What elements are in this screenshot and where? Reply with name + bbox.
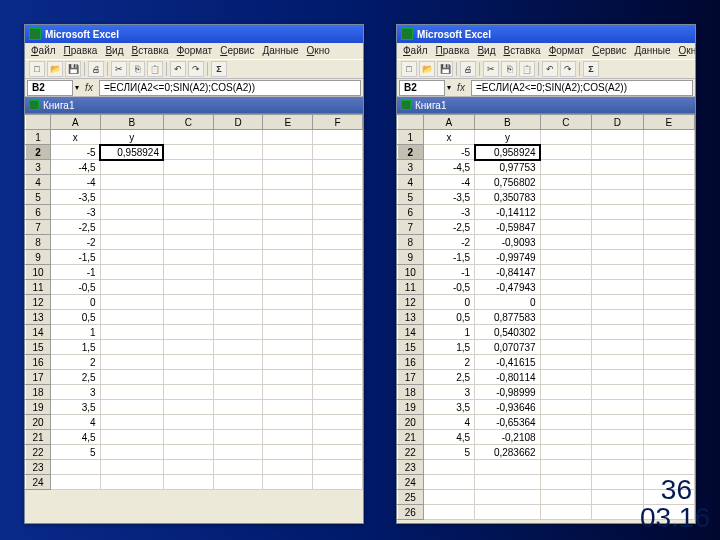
cell[interactable] <box>213 460 263 475</box>
row-header[interactable]: 22 <box>26 445 51 460</box>
cell[interactable] <box>100 370 163 385</box>
col-header[interactable]: A <box>423 115 474 130</box>
cell[interactable] <box>213 130 263 145</box>
cell[interactable]: 5 <box>50 445 100 460</box>
dropdown-icon[interactable]: ▾ <box>75 83 79 92</box>
cell[interactable] <box>213 280 263 295</box>
cell[interactable]: 2 <box>50 355 100 370</box>
col-header[interactable]: D <box>213 115 263 130</box>
cell[interactable] <box>213 175 263 190</box>
cell[interactable] <box>643 340 695 355</box>
cell[interactable] <box>313 190 363 205</box>
cell[interactable] <box>540 175 591 190</box>
cell[interactable] <box>592 145 643 160</box>
cell[interactable] <box>423 460 474 475</box>
cell[interactable]: -3,5 <box>50 190 100 205</box>
cell[interactable] <box>540 385 591 400</box>
cell[interactable] <box>643 370 695 385</box>
menu-item[interactable]: Сервис <box>220 45 254 57</box>
cell[interactable]: 0,350783 <box>475 190 540 205</box>
cell[interactable] <box>100 325 163 340</box>
cell[interactable] <box>592 385 643 400</box>
cell[interactable]: 1 <box>50 325 100 340</box>
grid-left[interactable]: ABCDEF1xy2-50,9589243-4,54-45-3,56-37-2,… <box>25 113 363 490</box>
menu-item[interactable]: Файл <box>403 45 428 57</box>
cell[interactable] <box>213 310 263 325</box>
row-header[interactable]: 24 <box>26 475 51 490</box>
cell[interactable] <box>213 145 263 160</box>
cell[interactable] <box>643 295 695 310</box>
menu-item[interactable]: Формат <box>177 45 213 57</box>
cell[interactable] <box>100 295 163 310</box>
cell[interactable] <box>263 460 313 475</box>
cell[interactable]: 3,5 <box>423 400 474 415</box>
cell[interactable] <box>540 190 591 205</box>
cell[interactable]: 0,756802 <box>475 175 540 190</box>
cell[interactable]: x <box>423 130 474 145</box>
cell[interactable] <box>163 235 213 250</box>
cell[interactable] <box>263 235 313 250</box>
cell[interactable] <box>313 460 363 475</box>
cell[interactable] <box>313 160 363 175</box>
cell[interactable]: 0,540302 <box>475 325 540 340</box>
cell[interactable] <box>592 460 643 475</box>
autosum-icon[interactable] <box>211 61 227 77</box>
cell[interactable] <box>643 460 695 475</box>
cell[interactable] <box>592 355 643 370</box>
cell[interactable] <box>163 400 213 415</box>
cell[interactable]: 0,877583 <box>475 310 540 325</box>
cell[interactable]: 0 <box>50 295 100 310</box>
menu-item[interactable]: Вид <box>477 45 495 57</box>
cell[interactable] <box>313 220 363 235</box>
row-header[interactable]: 23 <box>398 460 424 475</box>
open-icon[interactable] <box>47 61 63 77</box>
cell[interactable]: -5 <box>423 145 474 160</box>
cell[interactable] <box>163 160 213 175</box>
cell[interactable]: -0,9093 <box>475 235 540 250</box>
cell[interactable] <box>263 250 313 265</box>
cell[interactable] <box>100 430 163 445</box>
cell[interactable] <box>540 160 591 175</box>
col-header[interactable]: C <box>163 115 213 130</box>
row-header[interactable]: 20 <box>398 415 424 430</box>
cell[interactable] <box>100 160 163 175</box>
cell[interactable] <box>643 220 695 235</box>
row-header[interactable]: 10 <box>26 265 51 280</box>
cell[interactable] <box>540 235 591 250</box>
cell[interactable] <box>213 415 263 430</box>
cell[interactable]: -0,5 <box>423 280 474 295</box>
cell[interactable] <box>423 505 474 520</box>
cut-icon[interactable] <box>111 61 127 77</box>
cell[interactable] <box>313 295 363 310</box>
cell[interactable] <box>263 145 313 160</box>
cell[interactable] <box>643 130 695 145</box>
row-header[interactable]: 22 <box>398 445 424 460</box>
save-icon[interactable] <box>437 61 453 77</box>
cell[interactable] <box>163 175 213 190</box>
cell[interactable] <box>313 250 363 265</box>
cell[interactable]: 2,5 <box>50 370 100 385</box>
row-header[interactable]: 1 <box>398 130 424 145</box>
cell[interactable] <box>643 325 695 340</box>
cell[interactable] <box>313 325 363 340</box>
cell[interactable] <box>643 355 695 370</box>
col-header[interactable]: C <box>540 115 591 130</box>
cell[interactable] <box>263 475 313 490</box>
cell[interactable] <box>100 355 163 370</box>
cell[interactable]: y <box>475 130 540 145</box>
cell[interactable] <box>540 130 591 145</box>
cell[interactable] <box>540 430 591 445</box>
row-header[interactable]: 3 <box>26 160 51 175</box>
cell[interactable]: -0,93646 <box>475 400 540 415</box>
cell[interactable] <box>263 130 313 145</box>
cell[interactable] <box>643 235 695 250</box>
cell[interactable] <box>163 265 213 280</box>
row-header[interactable]: 6 <box>398 205 424 220</box>
row-header[interactable]: 5 <box>398 190 424 205</box>
row-header[interactable]: 14 <box>398 325 424 340</box>
row-header[interactable]: 16 <box>26 355 51 370</box>
formula-input[interactable]: =ЕСЛИ(A2<=0;SIN(A2);COS(A2)) <box>471 80 693 96</box>
cell[interactable] <box>263 385 313 400</box>
titlebar[interactable]: Microsoft Excel <box>397 25 695 43</box>
cell[interactable] <box>475 475 540 490</box>
